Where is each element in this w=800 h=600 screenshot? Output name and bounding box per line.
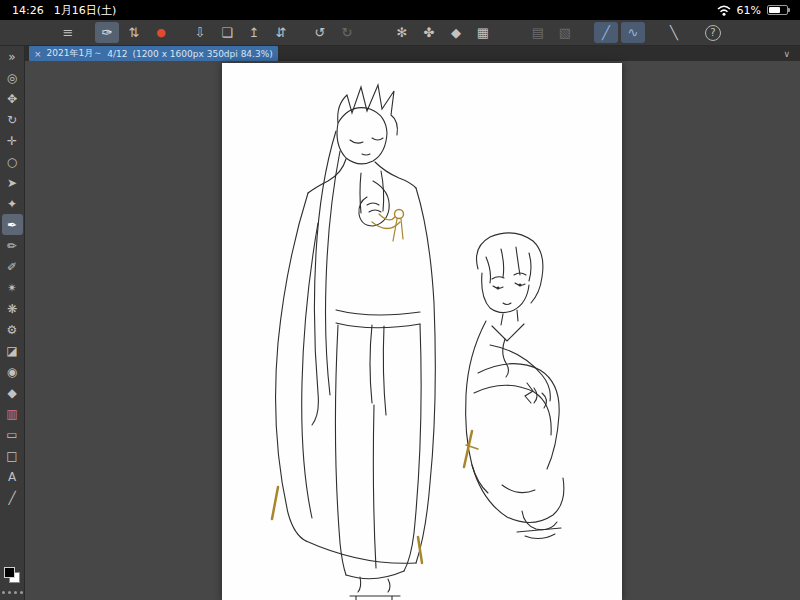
import-icon[interactable]: ⇩ bbox=[188, 22, 212, 43]
export-icon[interactable]: ↥ bbox=[242, 22, 266, 43]
spray-icon[interactable]: ✻ bbox=[390, 22, 414, 43]
autoselect-tool-icon[interactable]: ✦ bbox=[2, 193, 23, 214]
colormix-tool-icon[interactable]: ▥ bbox=[2, 403, 23, 424]
line-tool-icon[interactable]: ╱ bbox=[2, 487, 23, 508]
pencil-tool-icon[interactable]: ✏ bbox=[2, 235, 23, 256]
tab-title: 2021年1月～ bbox=[47, 47, 103, 60]
date: 1月16日(土) bbox=[54, 3, 117, 18]
frame-tool-icon[interactable]: ▭ bbox=[2, 424, 23, 445]
document-canvas[interactable] bbox=[222, 63, 622, 600]
layer-icon[interactable]: ▧ bbox=[553, 22, 577, 43]
redo-icon[interactable]: ↻ bbox=[335, 22, 359, 43]
fill-tool-icon[interactable]: ◆ bbox=[2, 382, 23, 403]
foreground-color-swatch[interactable] bbox=[4, 567, 15, 578]
brush-select-icon[interactable]: ✑ bbox=[95, 22, 119, 43]
decoration-tool-icon[interactable]: ❋ bbox=[2, 298, 23, 319]
text-tool-icon[interactable]: A bbox=[2, 466, 23, 487]
record-icon[interactable]: ● bbox=[149, 22, 173, 43]
tool-sidebar: » ◎ ✥ ↻ ✛ ○ ➤ ✦ ✒ ✏ ✐ ✴ ❋ ⚙ ◪ ◉ ◆ ▥ ▭ □ … bbox=[0, 46, 25, 600]
wifi-icon bbox=[717, 5, 731, 16]
zoom-tool-icon[interactable]: ◎ bbox=[2, 67, 23, 88]
operation-tool-icon[interactable]: ➤ bbox=[2, 172, 23, 193]
folder-icon[interactable]: ❏ bbox=[215, 22, 239, 43]
eraser-tool-icon[interactable]: ◪ bbox=[2, 340, 23, 361]
collapse-icon[interactable]: » bbox=[2, 46, 23, 67]
tool-switch-icon[interactable]: ⇅ bbox=[122, 22, 146, 43]
clock: 14:26 bbox=[12, 4, 44, 17]
tab-close-icon[interactable]: × bbox=[34, 49, 42, 59]
undo-icon[interactable]: ↺ bbox=[308, 22, 332, 43]
material-icon[interactable]: ▤ bbox=[526, 22, 550, 43]
pager-dot bbox=[14, 591, 17, 594]
document-tab[interactable]: × 2021年1月～ 4/12 (1200 x 1600px 350dpi 84… bbox=[29, 46, 278, 61]
blend-tool-icon[interactable]: ◉ bbox=[2, 361, 23, 382]
tab-document-info: (1200 x 1600px 350dpi 84.3%) bbox=[132, 49, 272, 59]
rotate-tool-icon[interactable]: ↻ bbox=[2, 109, 23, 130]
blend-mode-icon[interactable]: ✤ bbox=[417, 22, 441, 43]
tab-page-indicator: 4/12 bbox=[107, 49, 127, 59]
perspective-icon[interactable]: ╲ bbox=[662, 22, 686, 43]
help-icon[interactable]: ? bbox=[705, 25, 721, 41]
battery-icon bbox=[767, 5, 788, 15]
panel-switch-icon[interactable]: ⇵ bbox=[269, 22, 293, 43]
tab-bar: × 2021年1月～ 4/12 (1200 x 1600px 350dpi 84… bbox=[25, 46, 800, 61]
balloon-tool-icon[interactable]: □ bbox=[2, 445, 23, 466]
brush-tool-icon[interactable]: ✐ bbox=[2, 256, 23, 277]
pager-dot bbox=[2, 591, 5, 594]
sidebar-pager-dots bbox=[2, 591, 23, 594]
battery-percent: 61% bbox=[737, 4, 761, 17]
lasso-tool-icon[interactable]: ○ bbox=[2, 151, 23, 172]
move-tool-icon[interactable]: ✛ bbox=[2, 130, 23, 151]
status-bar: 14:26 1月16日(土) 61% bbox=[0, 0, 800, 20]
menu-icon[interactable]: ≡ bbox=[56, 22, 80, 43]
tab-bar-collapse-icon[interactable]: ∨ bbox=[783, 49, 790, 59]
battery-fill bbox=[769, 7, 780, 13]
crop-icon[interactable]: ▦ bbox=[471, 22, 495, 43]
figure-tool-icon[interactable]: ⚙ bbox=[2, 319, 23, 340]
canvas-area[interactable] bbox=[25, 61, 800, 600]
pager-dot bbox=[20, 591, 23, 594]
main-toolbar: ≡ ✑ ⇅ ● ⇩ ❏ ↥ ⇵ ↺ ↻ ✻ ✤ ◆ ▦ ▤ ▧ ╱ ∿ ╲ ? bbox=[0, 20, 800, 46]
ruler-curve-icon[interactable]: ∿ bbox=[621, 22, 645, 43]
airbrush-tool-icon[interactable]: ✴ bbox=[2, 277, 23, 298]
pen-tool-icon[interactable]: ✒ bbox=[2, 214, 23, 235]
hand-tool-icon[interactable]: ✥ bbox=[2, 88, 23, 109]
fill-icon[interactable]: ◆ bbox=[444, 22, 468, 43]
canvas-artwork bbox=[222, 63, 622, 600]
ruler-line-icon[interactable]: ╱ bbox=[594, 22, 618, 43]
color-swatches[interactable] bbox=[4, 567, 20, 583]
pager-dot bbox=[8, 591, 11, 594]
